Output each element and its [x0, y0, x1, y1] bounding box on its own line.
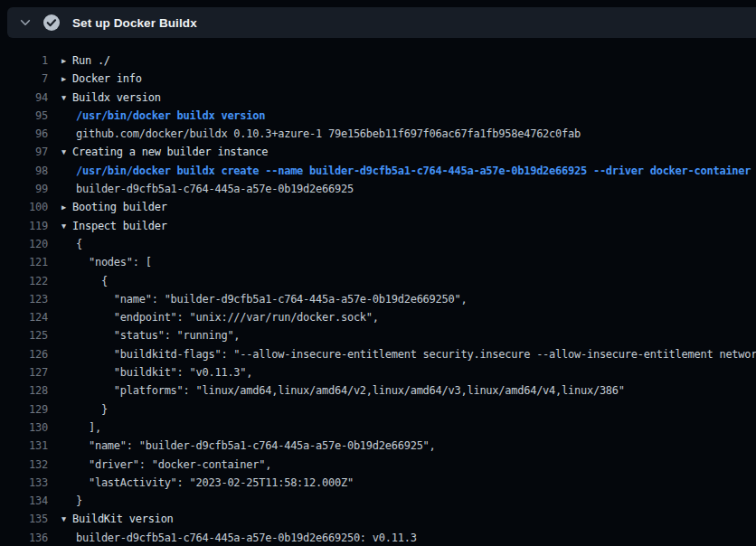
log-lines: 1▶Run ./7▶Docker info94▼Buildx version95…	[0, 52, 756, 546]
line-number[interactable]: 123	[0, 290, 48, 308]
log-text: }	[76, 403, 108, 416]
line-content: "platforms": "linux/amd64,linux/amd64/v2…	[48, 381, 756, 400]
log-row: 96github.com/docker/buildx 0.10.3+azure-…	[0, 125, 756, 143]
log-group-row[interactable]: 7▶Docker info	[0, 70, 756, 88]
line-number[interactable]: 135	[0, 510, 48, 528]
line-content: "buildkitd-flags": "--allow-insecure-ent…	[48, 345, 756, 363]
log-text: ],	[76, 421, 101, 434]
check-circle-icon	[43, 14, 60, 31]
log-text: "buildkitd-flags": "--allow-insecure-ent…	[76, 348, 756, 361]
triangle-right-icon: ▶	[61, 52, 72, 70]
line-content: }	[48, 400, 756, 419]
log-row: 134}	[0, 492, 756, 510]
line-number[interactable]: 100	[0, 198, 48, 216]
line-number[interactable]: 97	[0, 143, 48, 161]
log-text: "platforms": "linux/amd64,linux/amd64/v2…	[76, 384, 625, 397]
log-row: 125 "status": "running",	[0, 326, 756, 344]
log-row: 133 "lastActivity": "2023-02-25T11:58:12…	[0, 474, 756, 492]
log-text: "name": "builder-d9cfb5a1-c764-445a-a57e…	[76, 293, 467, 306]
line-number[interactable]: 94	[0, 89, 48, 107]
log-text: "driver": "docker-container",	[76, 458, 271, 471]
log-container: 1▶Run ./7▶Docker info94▼Buildx version95…	[0, 52, 756, 546]
log-text: Buildx version	[72, 91, 161, 104]
line-number[interactable]: 131	[0, 437, 48, 455]
log-row: 126 "buildkitd-flags": "--allow-insecure…	[0, 345, 756, 363]
line-content: "endpoint": "unix:///var/run/docker.sock…	[48, 308, 756, 326]
log-text: }	[76, 494, 82, 507]
line-content: /usr/bin/docker buildx create --name bui…	[48, 162, 756, 180]
line-content[interactable]: ▶Booting builder	[48, 198, 756, 216]
line-content[interactable]: ▼BuildKit version	[48, 510, 756, 528]
log-group-row[interactable]: 1▶Run ./	[0, 52, 756, 70]
actions-log-viewer: { "header": { "title": "Set up Docker Bu…	[0, 0, 756, 546]
line-content[interactable]: ▶Docker info	[48, 70, 756, 88]
line-number[interactable]: 1	[0, 52, 48, 70]
log-text: "buildkit": "v0.11.3",	[76, 366, 252, 379]
log-group-row[interactable]: 94▼Buildx version	[0, 89, 756, 107]
line-number[interactable]: 126	[0, 345, 48, 363]
log-text: "name": "builder-d9cfb5a1-c764-445a-a57e…	[76, 439, 436, 452]
line-content: {	[48, 235, 756, 253]
line-number[interactable]: 133	[0, 474, 48, 492]
triangle-down-icon: ▼	[61, 510, 72, 528]
log-row: 121 "nodes": [	[0, 253, 756, 271]
log-row: 124 "endpoint": "unix:///var/run/docker.…	[0, 308, 756, 326]
line-number[interactable]: 134	[0, 492, 48, 510]
log-text: "status": "running",	[76, 329, 240, 342]
line-number[interactable]: 136	[0, 529, 48, 546]
line-number[interactable]: 7	[0, 70, 48, 88]
triangle-right-icon: ▶	[61, 70, 72, 88]
step-header[interactable]: Set up Docker Buildx	[7, 7, 756, 38]
line-number[interactable]: 122	[0, 272, 48, 290]
line-content[interactable]: ▼Buildx version	[48, 89, 756, 107]
line-number[interactable]: 124	[0, 308, 48, 326]
line-number[interactable]: 119	[0, 217, 48, 235]
log-row: 132 "driver": "docker-container",	[0, 456, 756, 474]
log-text: Booting builder	[72, 201, 167, 213]
line-number[interactable]: 129	[0, 400, 48, 419]
line-content[interactable]: ▶Run ./	[48, 52, 756, 70]
log-text: Inspect builder	[72, 220, 167, 232]
log-text: builder-d9cfb5a1-c764-445a-a57e-0b19d2e6…	[76, 183, 354, 195]
log-group-row[interactable]: 100▶Booting builder	[0, 198, 756, 216]
line-number[interactable]: 121	[0, 253, 48, 271]
log-row: 128 "platforms": "linux/amd64,linux/amd6…	[0, 381, 756, 400]
line-number[interactable]: 99	[0, 180, 48, 198]
chevron-down-icon[interactable]	[18, 15, 33, 30]
log-text: Run ./	[72, 54, 110, 67]
line-number[interactable]: 95	[0, 107, 48, 125]
line-number[interactable]: 96	[0, 125, 48, 143]
line-content[interactable]: ▼Creating a new builder instance	[48, 143, 756, 161]
triangle-down-icon: ▼	[61, 217, 72, 235]
log-text: "nodes": [	[76, 256, 152, 268]
log-group-row[interactable]: 97▼Creating a new builder instance	[0, 143, 756, 161]
log-row: 98/usr/bin/docker buildx create --name b…	[0, 162, 756, 180]
line-content: "nodes": [	[48, 253, 756, 271]
line-content: "lastActivity": "2023-02-25T11:58:12.000…	[48, 474, 756, 492]
triangle-down-icon: ▼	[61, 143, 72, 161]
line-content: }	[48, 492, 756, 510]
line-number[interactable]: 127	[0, 363, 48, 381]
line-number[interactable]: 120	[0, 235, 48, 253]
log-text: builder-d9cfb5a1-c764-445a-a57e-0b19d2e6…	[76, 532, 417, 544]
line-number[interactable]: 125	[0, 326, 48, 344]
line-content[interactable]: ▼Inspect builder	[48, 217, 756, 235]
line-number[interactable]: 98	[0, 162, 48, 180]
log-group-row[interactable]: 135▼BuildKit version	[0, 510, 756, 528]
line-content: "name": "builder-d9cfb5a1-c764-445a-a57e…	[48, 437, 756, 455]
line-number[interactable]: 132	[0, 456, 48, 474]
line-content: builder-d9cfb5a1-c764-445a-a57e-0b19d2e6…	[48, 529, 756, 546]
line-content: "status": "running",	[48, 326, 756, 344]
log-text: {	[76, 238, 82, 250]
line-number[interactable]: 128	[0, 381, 48, 400]
log-text: /usr/bin/docker buildx create --name bui…	[76, 165, 751, 177]
line-content: ],	[48, 419, 756, 437]
line-number[interactable]: 130	[0, 419, 48, 437]
log-text: Docker info	[72, 72, 142, 85]
log-group-row[interactable]: 119▼Inspect builder	[0, 217, 756, 235]
log-row: 130 ],	[0, 419, 756, 437]
line-content: "name": "builder-d9cfb5a1-c764-445a-a57e…	[48, 290, 756, 308]
line-content: "driver": "docker-container",	[48, 456, 756, 474]
log-text: BuildKit version	[72, 513, 174, 525]
log-row: 120{	[0, 235, 756, 253]
